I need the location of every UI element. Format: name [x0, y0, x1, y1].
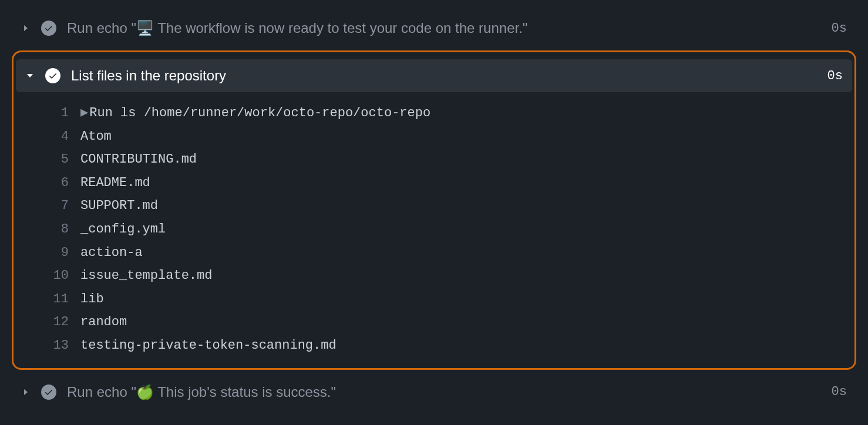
log-line[interactable]: 4 Atom	[39, 125, 852, 149]
line-content: SUPPORT.md	[80, 194, 852, 218]
step-title: List files in the repository	[71, 65, 817, 86]
check-circle-icon	[45, 68, 60, 83]
line-number: 12	[39, 311, 80, 334]
log-output: 1 ▶Run ls /home/runner/work/octo-repo/oc…	[16, 92, 852, 357]
line-content: issue_template.md	[80, 264, 852, 288]
log-line[interactable]: 1 ▶Run ls /home/runner/work/octo-repo/oc…	[39, 102, 852, 125]
line-content: _config.yml	[80, 218, 852, 241]
step-title: Run echo "🍏 This job's status is success…	[67, 382, 821, 403]
log-line[interactable]: 8 _config.yml	[39, 218, 852, 241]
line-number: 10	[39, 264, 80, 288]
line-number: 13	[39, 334, 80, 357]
line-number: 5	[39, 148, 80, 171]
log-line[interactable]: 7 SUPPORT.md	[39, 194, 852, 218]
workflow-step-row[interactable]: List files in the repository 0s	[16, 59, 852, 92]
line-content: action-a	[80, 241, 852, 265]
line-content: random	[80, 311, 852, 334]
step-duration: 0s	[832, 382, 847, 402]
step-duration: 0s	[827, 66, 843, 86]
line-content: lib	[80, 288, 852, 311]
highlighted-step-container: List files in the repository 0s 1 ▶Run l…	[12, 50, 856, 370]
check-circle-icon	[41, 384, 56, 400]
collapse-triangle-icon[interactable]: ▶	[80, 106, 88, 120]
chevron-right-icon	[21, 23, 31, 33]
chevron-down-icon	[25, 71, 35, 80]
chevron-right-icon	[21, 387, 31, 397]
line-content: testing-private-token-scanning.md	[80, 334, 852, 357]
line-number: 7	[39, 194, 80, 218]
workflow-step-row[interactable]: Run echo "🖥️ The workflow is now ready t…	[12, 12, 856, 45]
step-duration: 0s	[832, 19, 847, 38]
step-title: Run echo "🖥️ The workflow is now ready t…	[67, 18, 821, 39]
log-line[interactable]: 11 lib	[39, 288, 852, 311]
line-number: 11	[39, 288, 80, 311]
log-line[interactable]: 13 testing-private-token-scanning.md	[39, 334, 852, 357]
line-number: 9	[39, 241, 80, 265]
log-line[interactable]: 12 random	[39, 311, 852, 334]
line-number: 6	[39, 171, 80, 195]
log-line[interactable]: 6 README.md	[39, 171, 852, 195]
line-content: Atom	[80, 125, 852, 149]
log-line[interactable]: 9 action-a	[39, 241, 852, 265]
line-content: ▶Run ls /home/runner/work/octo-repo/octo…	[80, 102, 852, 125]
line-content: CONTRIBUTING.md	[80, 148, 852, 171]
check-circle-icon	[41, 21, 56, 36]
log-line[interactable]: 5 CONTRIBUTING.md	[39, 148, 852, 171]
log-line[interactable]: 10 issue_template.md	[39, 264, 852, 288]
line-number: 4	[39, 125, 80, 149]
line-content: README.md	[80, 171, 852, 195]
line-number: 1	[39, 102, 80, 125]
line-number: 8	[39, 218, 80, 241]
workflow-step-row[interactable]: Run echo "🍏 This job's status is success…	[12, 376, 856, 409]
